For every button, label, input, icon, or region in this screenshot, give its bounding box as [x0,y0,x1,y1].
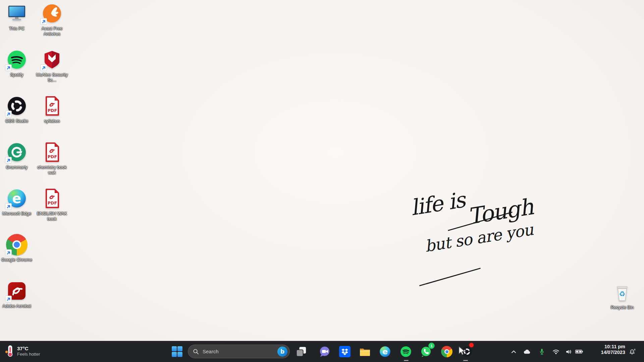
edge-icon: e [379,346,391,358]
desktop-icon-label: Microsoft Edge [1,211,33,216]
taskbar-app-microsoft-edge[interactable]: e [378,344,392,359]
desktop-icon-label: Avast Free Antivirus [36,26,68,37]
desktop-icon-grammarly[interactable]: Grammarly [1,141,33,170]
tray-clock[interactable]: 10:11 pm 14/07/2023 [589,344,625,355]
taskbar-app-google-chrome[interactable] [439,344,454,359]
shortcut-arrow-icon [5,111,12,117]
obs-running-indicator [463,360,468,361]
desktop-icon-label: McAfee Security Sc... [36,72,68,83]
whatsapp-notification-badge: 1 [428,343,435,349]
pdf-badge-text: PDF [48,200,57,205]
chevron-up-icon [511,350,516,354]
desktop-icon-label: Recycle Bin [606,305,638,310]
wallpaper-quote: life is Tough but so are you [407,176,555,256]
desktop-icon-label: This PC [1,26,33,31]
quote-flourish-stroke [419,268,481,286]
taskbar: 37°C Feels hotter b [0,341,644,362]
desktop-icon-avast[interactable]: Avast Free Antivirus [36,3,68,37]
recycle-bin-icon: ♻ [611,282,633,303]
pdf-file-icon: PDF [41,141,63,163]
task-view-icon [296,346,307,357]
recycle-glyph: ♻ [619,290,626,298]
desktop-icon-spotify[interactable]: Spotify [1,49,33,77]
bing-glyph: b [280,348,284,355]
taskbar-app-file-explorer[interactable] [358,344,372,359]
desktop-icon-this-pc[interactable]: This PC [1,3,33,31]
start-button[interactable] [170,344,184,359]
pdf-file-icon: PDF [41,95,63,117]
desktop-icon-obs-studio[interactable]: OBS Studio [1,95,33,124]
shortcut-arrow-icon [5,64,12,71]
desktop-icon-syllabus-pdf[interactable]: PDF syllabus [36,95,68,124]
microphone-icon [539,348,544,355]
tray-battery[interactable] [574,347,584,357]
shortcut-arrow-icon [5,296,12,302]
desktop-icon-label: chemistry book wak [36,165,68,176]
chrome-icon [441,346,452,357]
mouse-cursor [458,346,466,356]
pdf-file-icon: PDF [41,188,63,209]
desktop-icon-label: Spotify [1,72,33,77]
desktop-icon-label: Grammarly [1,165,33,170]
clock-date: 14/07/2023 [589,350,625,355]
shortcut-arrow-icon [40,64,47,71]
desktop-icon-label: Google Chrome [1,257,33,262]
thermometer-icon [5,344,14,358]
desktop-icon-label: ENGLISH WAK book [36,211,68,222]
shortcut-arrow-icon [5,203,12,210]
shortcut-arrow-icon [5,249,12,256]
tray-onedrive[interactable] [522,347,532,357]
teams-chat-icon [319,346,331,358]
tray-wifi[interactable] [551,347,561,357]
tray-microphone[interactable] [537,347,547,357]
weather-widget[interactable]: 37°C Feels hotter [5,344,40,358]
spotify-icon [400,346,412,358]
desktop-icon-microsoft-edge[interactable]: e Microsoft Edge [1,188,33,216]
cloud-icon [523,349,531,355]
svg-text:z: z [634,348,635,351]
taskbar-app-spotify[interactable] [398,344,413,359]
desktop-icon-label: OBS Studio [1,118,33,124]
windows-logo-icon [171,346,183,357]
tray-hidden-icons-chevron[interactable] [508,347,519,357]
desktop-icon-label: syllabus [36,118,68,124]
clock-time: 10:11 pm [589,344,625,350]
shortcut-arrow-icon [5,157,12,164]
search-input[interactable] [202,348,274,355]
weather-condition: Feels hotter [17,352,40,357]
notification-bell-icon: z [629,348,636,355]
tray-notifications[interactable]: z [627,347,637,357]
task-view-button[interactable] [294,344,309,359]
search-icon [193,349,199,355]
desktop-icon-adobe-acrobat[interactable]: Adobe Acrobat [1,280,33,309]
desktop-icon-mcafee[interactable]: McAfee Security Sc... [36,49,68,83]
file-explorer-icon [359,346,371,358]
bing-icon[interactable]: b [277,347,287,357]
obs-recording-indicator [469,343,474,347]
taskbar-app-dropbox[interactable] [337,344,352,359]
shortcut-arrow-icon [40,18,47,25]
pdf-badge-text: PDF [48,108,57,113]
speaker-icon [566,349,572,354]
desktop-icon-recycle-bin[interactable]: ♻ Recycle Bin [606,282,638,310]
desktop-icon-google-chrome[interactable]: Google Chrome [1,234,33,262]
this-pc-icon [6,3,28,24]
desktop-icon-chemistry-pdf[interactable]: PDF chemistry book wak [36,141,68,176]
desktop-icon-label: Adobe Acrobat [1,303,33,309]
search-box[interactable]: b [188,345,290,358]
taskbar-app-teams-chat[interactable] [317,344,332,359]
dropbox-icon [339,346,351,358]
desktop-icon-english-pdf[interactable]: PDF ENGLISH WAK book [36,188,68,222]
desktop: life is Tough but so are you This PC [0,0,644,362]
battery-charging-icon [575,349,583,354]
edge-glyph: e [382,347,388,356]
spotify-running-indicator [404,360,409,361]
weather-temperature: 37°C [17,346,40,352]
wifi-icon [552,349,559,354]
tray-volume[interactable] [564,347,574,357]
pdf-badge-text: PDF [48,154,57,159]
edge-glyph: e [12,191,21,206]
